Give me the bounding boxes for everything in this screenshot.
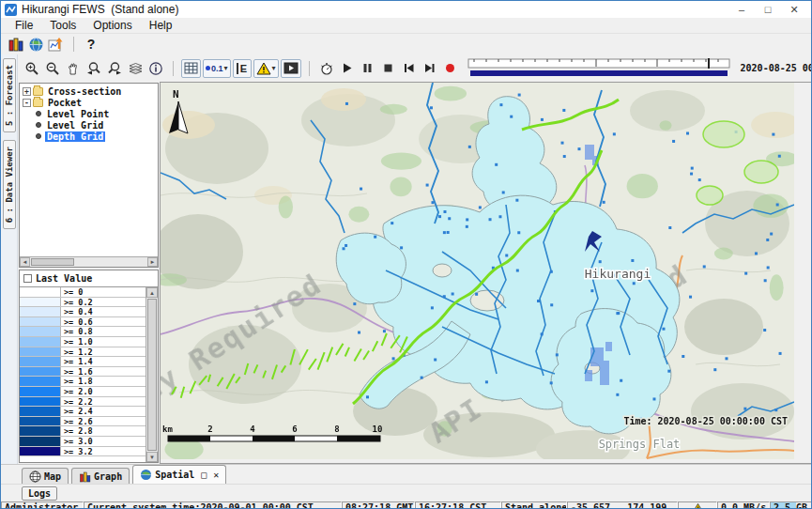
tree-item-level-point[interactable]: Level Point [20,108,158,119]
pause-icon [360,61,375,75]
legend-panel: Last Value >= 0>= 0.2>= 0.4>= 0.6>= 0.8>… [19,270,159,463]
skip-end-icon [422,61,437,75]
help-button[interactable]: ? [82,35,100,54]
left-tab-strip: 5 : Forecast 6 : Data Viewer [1,54,18,464]
legend-row[interactable]: >= 0.2 [20,298,146,308]
legend-color-swatch [20,377,61,386]
zoom-next-button[interactable] [105,59,124,78]
legend-value-label: >= 1.2 [61,347,146,357]
spatial-display-button[interactable] [26,35,45,54]
legend-row[interactable]: >= 2.4 [20,407,146,417]
menu-help[interactable]: Help [141,19,181,32]
map-view[interactable]: API Key Required API Key Required [161,82,812,464]
stop-button[interactable] [379,59,398,78]
data-explorer-button[interactable] [6,35,24,54]
legend-row[interactable]: >= 1.8 [20,377,146,387]
svg-text:4: 4 [250,424,255,434]
thresholds-dropdown[interactable]: ▾ [253,59,279,78]
legend-row[interactable]: >= 2.0 [20,387,146,397]
legend-color-swatch [20,287,61,297]
minimize-button[interactable]: – [728,4,755,15]
legend-row[interactable]: >= 2.6 [20,417,146,427]
tab-map[interactable]: Map [22,468,69,484]
legend-value-label: >= 3.2 [61,447,146,456]
tab-forecast[interactable]: 5 : Forecast [3,58,16,132]
record-icon [443,61,457,75]
tree-item-pocket[interactable]: - Pocket [20,97,158,108]
legend-scrollbar[interactable]: ▲ ▼ [146,287,158,462]
legend-color-swatch [20,437,61,446]
scroll-left-icon[interactable]: ◄ [20,257,30,267]
play-button[interactable] [338,59,357,78]
menu-options[interactable]: Options [84,19,140,32]
scroll-up-icon[interactable]: ▲ [146,287,158,298]
zoom-next-icon [107,61,122,76]
legend-row[interactable]: >= 1.6 [20,367,146,378]
close-button[interactable]: ✕ [781,4,807,16]
menu-tools[interactable]: Tools [41,19,84,32]
status-local-time: 16:27:18 CST [415,501,501,509]
tree-item-depth-grid[interactable]: Depth Grid [20,131,158,142]
pause-button[interactable] [359,59,377,78]
bar-stack-icon [8,37,23,53]
expander-icon[interactable]: + [23,87,31,96]
tree-horizontal-scrollbar[interactable]: ◄ ► [20,256,158,267]
maximize-button[interactable]: □ [755,4,781,15]
expander-icon[interactable]: - [23,99,31,107]
legend-row[interactable]: >= 0.6 [20,317,146,328]
timeline-slider[interactable] [467,58,733,79]
tree-item-cross-section[interactable]: + Cross-section [20,85,158,97]
first-frame-button[interactable] [400,59,419,78]
zoom-out-button[interactable] [43,59,62,78]
app-logo-icon [5,4,17,16]
legend-row[interactable]: >= 2.2 [20,397,146,408]
menu-file[interactable]: File [7,19,41,32]
legend-row[interactable]: >= 1.4 [20,357,146,367]
warning-triangle-icon [256,62,271,75]
tab-graph[interactable]: Graph [71,468,130,484]
node-bullet-icon [36,133,41,139]
pan-button[interactable] [64,59,83,78]
scroll-thumb[interactable] [31,258,74,266]
legend-row[interactable]: >= 3.0 [20,437,146,447]
movie-export-button[interactable] [281,59,301,78]
timeseries-export-button[interactable] [47,35,66,54]
legend-row[interactable]: >= 1.2 [20,347,146,358]
legend-row[interactable]: >= 2.8 [20,426,146,437]
info-button[interactable] [146,59,165,78]
scroll-thumb[interactable] [147,299,157,451]
last-frame-button[interactable] [421,59,439,78]
layers-button[interactable] [126,59,145,78]
zoom-in-button[interactable] [23,59,41,78]
legend-row[interactable]: >= 1.0 [20,337,146,347]
last-value-checkbox[interactable] [23,274,32,283]
point-label-scale-dropdown[interactable]: 0.1 ▾ [203,59,231,78]
record-button[interactable] [441,59,460,78]
tab-close-icon[interactable]: ✕ [213,470,219,480]
main-toolbar: ? [1,34,811,54]
legend-toggle-button[interactable]: E [233,59,252,78]
legend-row[interactable]: >= 0.4 [20,307,146,317]
label-springs-flat: Springs Flat [599,438,681,451]
status-warning[interactable] [678,501,717,509]
scroll-down-icon[interactable]: ▼ [146,452,158,462]
tab-spatial[interactable]: Spatial □ ✕ [132,465,226,484]
bar-chart-icon [79,470,91,483]
legend-row[interactable]: >= 0.8 [20,327,146,337]
map-canvas[interactable]: API Key Required API Key Required [161,83,794,459]
tab-data-viewer[interactable]: 6 : Data Viewer [3,140,16,229]
legend-color-swatch [20,367,61,377]
legend-row[interactable]: >= 3.2 [20,447,146,457]
zoom-previous-button[interactable] [84,59,103,78]
tab-maximize-icon[interactable]: □ [201,470,207,480]
legend-color-swatch [20,298,61,307]
animation-settings-button[interactable] [317,59,336,78]
svg-text:N: N [173,88,179,100]
grid-display-button[interactable] [181,59,201,78]
chevron-down-icon: ▾ [224,64,228,72]
legend-color-swatch [20,317,61,327]
tree-item-level-grid[interactable]: Level Grid [20,119,158,131]
logs-button[interactable]: Logs [22,486,57,501]
scroll-right-icon[interactable]: ► [147,257,158,267]
legend-row[interactable]: >= 0 [20,287,146,298]
